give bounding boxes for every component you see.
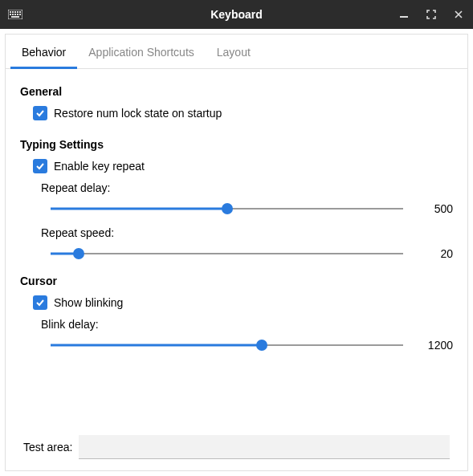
svg-rect-4 — [17, 11, 18, 13]
enable-repeat-label: Enable key repeat — [54, 160, 145, 173]
section-cursor-title: Cursor — [20, 275, 453, 287]
repeat-delay-block: Repeat delay: 500 — [20, 181, 453, 215]
blink-delay-label: Blink delay: — [41, 318, 453, 331]
section-general-title: General — [20, 85, 453, 98]
close-button[interactable] — [452, 8, 465, 21]
blink-delay-value: 1200 — [418, 339, 453, 352]
svg-rect-1 — [10, 11, 11, 13]
titlebar[interactable]: Keyboard — [0, 0, 473, 29]
restore-numlock-row: Restore num lock state on startup — [20, 106, 453, 120]
minimize-button[interactable] — [398, 8, 410, 21]
test-area-input[interactable] — [79, 435, 450, 459]
svg-rect-10 — [19, 14, 21, 15]
repeat-delay-slider[interactable] — [51, 202, 403, 215]
svg-rect-5 — [19, 11, 21, 13]
slider-thumb[interactable] — [256, 340, 267, 351]
tab-behavior[interactable]: Behavior — [10, 38, 77, 69]
repeat-delay-label: Repeat delay: — [41, 181, 453, 194]
window-controls — [398, 8, 465, 21]
slider-thumb[interactable] — [222, 203, 233, 214]
svg-rect-6 — [10, 14, 11, 15]
test-area-row: Test area: — [20, 435, 453, 470]
restore-numlock-label: Restore num lock state on startup — [54, 107, 222, 120]
show-blinking-checkbox[interactable] — [33, 295, 47, 310]
blink-delay-slider[interactable] — [51, 339, 403, 352]
enable-repeat-checkbox[interactable] — [33, 159, 47, 173]
blink-delay-block: Blink delay: 1200 — [20, 318, 453, 352]
show-blinking-row: Show blinking — [20, 295, 453, 310]
svg-rect-8 — [14, 14, 16, 15]
repeat-speed-slider[interactable] — [51, 247, 403, 260]
maximize-button[interactable] — [425, 8, 438, 21]
enable-repeat-row: Enable key repeat — [20, 159, 453, 173]
behavior-panel: General Restore num lock state on startu… — [6, 69, 467, 470]
repeat-speed-label: Repeat speed: — [41, 226, 453, 239]
content-area: Behavior Application Shortcuts Layout Ge… — [5, 34, 468, 471]
svg-rect-3 — [14, 11, 16, 13]
svg-rect-9 — [17, 14, 18, 15]
tab-shortcuts[interactable]: Application Shortcuts — [77, 38, 206, 69]
test-area-label: Test area: — [23, 441, 72, 454]
show-blinking-label: Show blinking — [54, 296, 123, 309]
svg-rect-2 — [12, 11, 14, 13]
svg-rect-11 — [11, 16, 19, 18]
svg-rect-7 — [12, 14, 14, 15]
keyboard-icon — [8, 7, 22, 22]
repeat-speed-value: 20 — [418, 247, 453, 260]
slider-thumb[interactable] — [73, 248, 84, 259]
section-typing-title: Typing Settings — [20, 138, 453, 151]
svg-rect-12 — [400, 16, 408, 18]
tab-layout[interactable]: Layout — [206, 38, 262, 69]
repeat-delay-value: 500 — [418, 202, 453, 215]
repeat-speed-block: Repeat speed: 20 — [20, 226, 453, 260]
tab-bar: Behavior Application Shortcuts Layout — [6, 35, 467, 69]
restore-numlock-checkbox[interactable] — [33, 106, 47, 120]
